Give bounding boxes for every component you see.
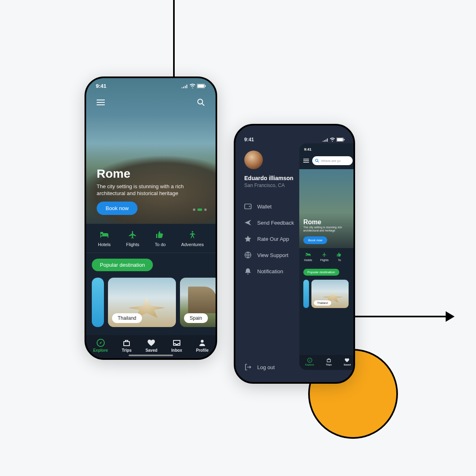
user-avatar[interactable] [244,151,263,169]
tab-saved[interactable]: Saved [344,358,351,366]
bottom-tab-bar: Explore Trips Saved Inbox Profile [86,335,216,358]
destination-card-label: Spain [184,313,208,323]
svg-point-11 [249,206,250,207]
drawer-item-logout[interactable]: Log out [244,363,275,371]
compass-icon [307,358,312,363]
carousel-dot[interactable] [204,208,207,211]
globe-icon [244,251,252,259]
compass-icon [97,339,105,347]
drawer-item-label: Notification [257,268,283,274]
plane-icon [128,230,138,239]
search-icon [315,159,319,163]
status-time: 9:41 [304,147,311,151]
decorative-vertical-line [173,0,175,83]
bed-icon [99,230,109,239]
category-flights[interactable]: Flights [126,230,139,247]
carousel-dot-active[interactable] [197,208,202,211]
category-flights[interactable]: Flights [320,252,329,261]
user-icon [198,339,206,347]
book-now-button[interactable]: Book now [303,236,327,244]
search-icon [197,98,205,106]
decorative-arrow-line [348,316,449,317]
destination-card-peek[interactable] [92,278,104,327]
briefcase-icon [123,339,131,347]
tab-explore[interactable]: Explore [305,358,314,366]
drawer-item-label: Send Feedback [257,220,294,226]
heart-icon [147,339,155,347]
popular-section: Popular destination Thailand Spain [86,253,216,327]
logout-icon [244,363,252,371]
heart-icon [345,358,349,363]
tab-label: Explore [93,348,108,353]
bed-icon [305,252,311,257]
category-todo[interactable]: To [336,252,342,261]
category-adventures[interactable]: Adventures [181,230,204,247]
inbox-icon [173,339,181,347]
tab-label: Saved [146,348,157,353]
category-label: Adventures [181,242,204,247]
background-screen-preview[interactable]: 9:41 Where are yo Rome The city setting … [299,143,355,370]
category-row: Hotels Flights To [299,248,355,266]
decorative-arrow-head [446,311,455,322]
hero-title: Rome [303,219,348,226]
status-icons [182,84,206,88]
svg-rect-9 [344,139,345,140]
phone-drawer-screen: 9:41 Eduardo illiamson San Francisco, CA… [234,124,355,384]
category-todo[interactable]: To do [155,230,166,247]
send-icon [244,219,252,226]
tab-label: Explore [305,363,314,366]
drawer-item-label: Rate Our App [257,236,289,242]
category-label: Hotels [98,242,110,247]
home-indicator [129,355,173,356]
search-input[interactable]: Where are yo [312,156,353,165]
destination-card-spain[interactable]: Spain [180,278,216,327]
status-bar: 9:41 [299,143,355,155]
tab-label: Saved [344,363,351,366]
category-hotels[interactable]: Hotels [304,252,312,261]
category-label: Flights [126,242,139,247]
tab-label: Inbox [171,348,182,353]
destination-card-peek[interactable] [303,280,309,308]
tab-saved[interactable]: Saved [146,339,157,353]
book-now-button[interactable]: Book now [97,202,138,215]
carousel-dots [193,208,207,211]
category-row: Hotels Flights To do Adventures [86,224,216,253]
tab-inbox[interactable]: Inbox [171,339,182,353]
thumbs-icon [155,230,165,239]
status-icons [323,137,345,142]
search-button[interactable] [195,97,207,108]
tab-explore[interactable]: Explore [93,339,108,353]
menu-button[interactable] [95,97,106,108]
status-bar: 9:41 [86,83,216,89]
destination-card-thailand[interactable]: Thailand [311,280,349,308]
svg-rect-8 [337,138,343,141]
destination-card-label: Thailand [112,313,142,323]
tab-label: Trips [122,348,131,353]
tab-trips[interactable]: Trips [122,339,131,353]
drawer-item-label: Wallet [257,204,272,210]
hero-text-block: Rome The city setting is stunning with a… [97,167,205,197]
status-time: 9:41 [244,137,254,142]
plane-icon [322,252,327,257]
search-placeholder: Where are yo [321,159,341,163]
svg-point-4 [192,231,193,233]
svg-point-3 [198,99,203,104]
top-bar: Where are yo [299,155,355,166]
status-time: 9:41 [96,83,106,89]
category-label: Flights [320,259,329,261]
tab-trips[interactable]: Trips [326,358,332,366]
popular-heading-pill: Popular destination [92,259,153,271]
hero-section: Rome The city setting is stunning rich a… [299,169,355,248]
popular-heading-pill: Popular destination [303,269,339,276]
category-label: To do [155,242,166,247]
phone-explore-screen: 9:41 Rome The city setting is stunning w… [85,76,217,360]
tab-profile[interactable]: Profile [196,339,209,353]
svg-point-6 [201,340,204,343]
carousel-dot[interactable] [193,208,195,211]
svg-rect-10 [245,204,251,209]
category-hotels[interactable]: Hotels [98,230,110,247]
popular-cards-row[interactable]: Thailand Spain [86,271,216,327]
destination-card-thailand[interactable]: Thailand [108,278,176,327]
category-label: To [338,259,341,261]
hero-title: Rome [97,167,205,181]
